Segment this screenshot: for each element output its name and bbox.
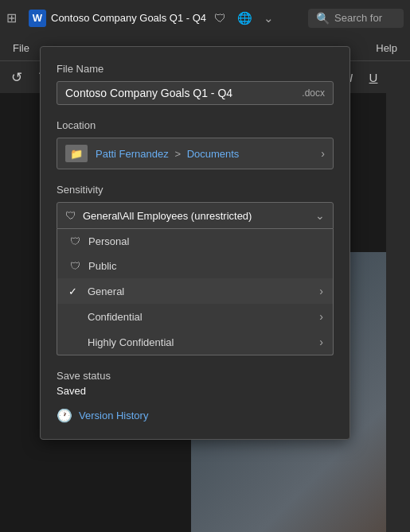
personal-shield-icon: 🛡 (70, 235, 80, 247)
sensitivity-dropdown[interactable]: 🛡 General\All Employees (unrestricted) ⌄ (57, 202, 334, 229)
sensitivity-personal[interactable]: 🛡 Personal (57, 229, 333, 254)
location-folder[interactable]: Documents (187, 148, 240, 160)
public-shield-icon: 🛡 (70, 260, 80, 272)
highly-confidential-label: Highly Confidential (88, 336, 174, 348)
personal-label: Personal (88, 235, 129, 247)
location-path: Patti Fernandez > Documents (96, 148, 313, 160)
sensitivity-arrow-icon: ⌄ (315, 209, 325, 222)
menu-file[interactable]: File (10, 41, 33, 56)
earth-title-icon[interactable]: 🌐 (234, 10, 256, 27)
underline-button[interactable]: U (365, 69, 381, 85)
location-label: Location (57, 119, 334, 131)
doc-title-section: Contoso Company Goals Q1 - Q4 🛡 🌐 ⌄ (51, 10, 277, 27)
chevron-title-icon[interactable]: ⌄ (260, 10, 277, 27)
confidential-label: Confidential (88, 311, 143, 323)
confidential-arrow-icon: › (319, 310, 323, 323)
title-bar: ⊞ W Contoso Company Goals Q1 - Q4 🛡 🌐 ⌄ … (0, 0, 410, 36)
filename-input[interactable] (65, 87, 295, 99)
search-placeholder: Search for (334, 12, 382, 24)
app-grid-icon[interactable]: ⊞ (6, 10, 22, 25)
sensitivity-shield-icon: 🛡 (65, 209, 76, 222)
version-history-label: Version History (79, 410, 148, 421)
general-label: General (88, 285, 124, 297)
sensitivity-menu: 🛡 Personal 🛡 Public General › Confidenti… (57, 229, 334, 355)
sensitivity-public[interactable]: 🛡 Public (57, 254, 333, 278)
sensitivity-general[interactable]: General › (57, 278, 333, 304)
general-arrow-icon: › (319, 285, 323, 297)
doc-title: Contoso Company Goals Q1 - Q4 (51, 12, 206, 24)
location-owner[interactable]: Patti Fernandez (96, 148, 169, 160)
save-status-value: Saved (57, 385, 334, 397)
file-info-panel: File Name .docx Location 📁 Patti Fernand… (40, 46, 350, 440)
right-strip (386, 61, 410, 532)
menu-help[interactable]: Help (373, 41, 400, 56)
sensitivity-confidential[interactable]: Confidential › (57, 304, 333, 329)
version-history-icon: 🕐 (57, 408, 72, 423)
public-label: Public (88, 260, 116, 272)
save-status-label: Save status (57, 370, 334, 382)
undo-button[interactable]: ↺ (6, 68, 27, 87)
filename-row: .docx (57, 81, 334, 105)
search-box[interactable]: 🔍 Search for (308, 9, 404, 28)
filename-label: File Name (57, 63, 334, 75)
highly-confidential-arrow-icon: › (319, 336, 323, 348)
location-chevron-icon[interactable]: › (321, 147, 325, 160)
folder-icon: 📁 (65, 145, 88, 162)
location-row[interactable]: 📁 Patti Fernandez > Documents › (57, 138, 334, 169)
sensitivity-highly-confidential[interactable]: Highly Confidential › (57, 329, 333, 355)
shield-title-icon[interactable]: 🛡 (211, 10, 229, 26)
sensitivity-selected: General\All Employees (unrestricted) (83, 210, 315, 222)
version-history-row[interactable]: 🕐 Version History (57, 408, 334, 423)
save-status-section: Save status Saved (57, 370, 334, 397)
search-icon: 🔍 (316, 12, 330, 25)
file-ext-badge: .docx (302, 87, 325, 99)
sensitivity-label: Sensitivity (57, 184, 334, 196)
word-icon: W (29, 10, 46, 27)
